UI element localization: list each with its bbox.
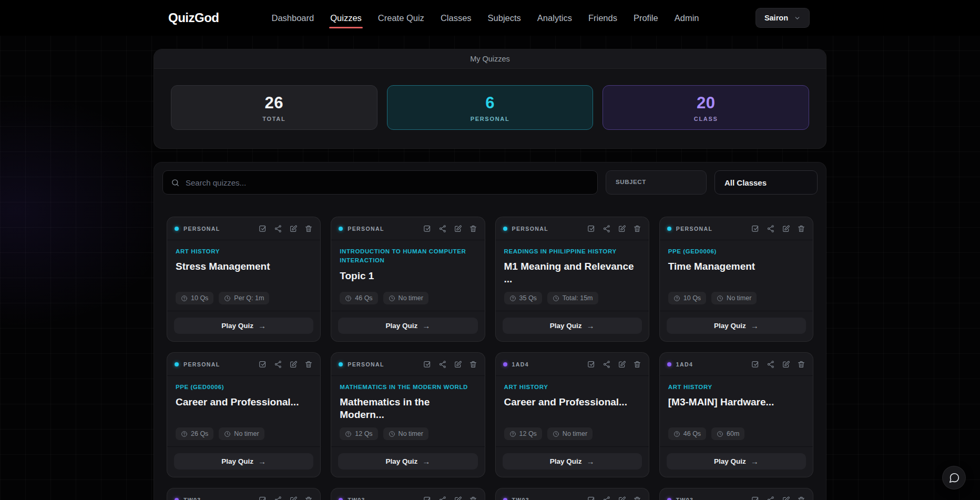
stat-total: 26 TOTAL xyxy=(171,85,377,130)
play-quiz-button[interactable]: Play Quiz → xyxy=(667,318,806,334)
quiz-meta-chips: 12 Qs No timer xyxy=(340,427,476,440)
delete-icon[interactable] xyxy=(797,360,805,369)
share-icon[interactable] xyxy=(274,225,282,233)
select-checkbox-icon[interactable] xyxy=(587,224,596,233)
select-checkbox-icon[interactable] xyxy=(258,360,267,369)
edit-icon[interactable] xyxy=(454,496,462,500)
nav-link-profile[interactable]: Profile xyxy=(632,11,659,25)
share-icon[interactable] xyxy=(603,360,611,369)
arrow-right-icon: → xyxy=(422,321,430,330)
delete-icon[interactable] xyxy=(469,360,477,369)
delete-icon[interactable] xyxy=(797,225,805,233)
play-quiz-label: Play Quiz xyxy=(550,322,582,330)
chevron-down-icon xyxy=(794,15,801,22)
quiz-title: Mathematics in the Modern... xyxy=(340,396,476,421)
clock-icon xyxy=(224,295,231,302)
question-count: 12 Qs xyxy=(355,430,372,437)
play-quiz-label: Play Quiz xyxy=(550,457,582,465)
question-count: 26 Qs xyxy=(191,430,208,437)
nav-link-create-quiz[interactable]: Create Quiz xyxy=(377,11,425,25)
delete-icon[interactable] xyxy=(633,225,641,233)
delete-icon[interactable] xyxy=(469,496,477,500)
edit-icon[interactable] xyxy=(454,225,462,233)
play-quiz-button[interactable]: Play Quiz → xyxy=(503,318,642,334)
edit-icon[interactable] xyxy=(618,360,626,369)
delete-icon[interactable] xyxy=(304,360,313,369)
share-icon[interactable] xyxy=(767,225,775,233)
play-quiz-button[interactable]: Play Quiz → xyxy=(338,453,477,470)
select-checkbox-icon[interactable] xyxy=(587,360,596,369)
search-input[interactable] xyxy=(186,178,589,187)
edit-icon[interactable] xyxy=(782,360,790,369)
delete-icon[interactable] xyxy=(633,360,641,369)
select-checkbox-icon[interactable] xyxy=(258,495,267,500)
share-icon[interactable] xyxy=(438,496,447,500)
share-icon[interactable] xyxy=(438,360,447,369)
quiz-card-footer: Play Quiz → xyxy=(660,311,813,341)
chat-fab-button[interactable] xyxy=(942,466,966,489)
select-checkbox-icon[interactable] xyxy=(587,495,596,500)
edit-icon[interactable] xyxy=(289,225,298,233)
select-checkbox-icon[interactable] xyxy=(751,360,760,369)
nav-link-analytics[interactable]: Analytics xyxy=(536,11,573,25)
page: QuizGod Dashboard Quizzes Create Quiz Cl… xyxy=(0,0,980,500)
share-icon[interactable] xyxy=(603,225,611,233)
quiz-type-badge: PERSONAL xyxy=(175,226,220,232)
nav-link-dashboard[interactable]: Dashboard xyxy=(270,11,315,25)
share-icon[interactable] xyxy=(274,496,282,500)
quiz-type-badge: 1AD4 xyxy=(503,361,529,368)
badge-label: PERSONAL xyxy=(348,361,384,368)
timer-chip: 60m xyxy=(711,427,744,440)
delete-icon[interactable] xyxy=(797,496,805,500)
filter-row: Subject All Classes xyxy=(154,162,826,195)
play-quiz-button[interactable]: Play Quiz → xyxy=(503,453,642,470)
quiz-meta-chips: 46 Qs 60m xyxy=(668,427,804,440)
badge-label: TW03 xyxy=(183,497,201,500)
delete-icon[interactable] xyxy=(633,496,641,500)
play-quiz-button[interactable]: Play Quiz → xyxy=(338,318,477,334)
quiz-card-body: ART HISTORY [M3-MAIN] Hardware... 46 Qs … xyxy=(660,376,813,446)
class-filter-select[interactable]: All Classes xyxy=(714,170,818,195)
edit-icon[interactable] xyxy=(618,225,626,233)
delete-icon[interactable] xyxy=(469,225,477,233)
select-checkbox-icon[interactable] xyxy=(423,495,432,500)
play-quiz-button[interactable]: Play Quiz → xyxy=(174,453,313,470)
edit-icon[interactable] xyxy=(289,496,298,500)
quiz-card: PERSONAL PPE (GED0006) Time Management xyxy=(659,217,813,342)
share-icon[interactable] xyxy=(438,225,447,233)
play-quiz-button[interactable]: Play Quiz → xyxy=(667,453,806,470)
quiz-library-panel: Subject All Classes PERSONAL xyxy=(154,162,826,500)
share-icon[interactable] xyxy=(767,496,775,500)
edit-icon[interactable] xyxy=(618,496,626,500)
user-menu-button[interactable]: Sairon xyxy=(756,8,810,28)
select-checkbox-icon[interactable] xyxy=(751,495,760,500)
card-actions xyxy=(751,224,805,233)
quiz-meta-chips: 46 Qs No timer xyxy=(340,292,476,304)
nav-link-admin[interactable]: Admin xyxy=(673,11,700,25)
subject-filter-select[interactable]: Subject xyxy=(606,170,707,195)
delete-icon[interactable] xyxy=(304,496,313,500)
share-icon[interactable] xyxy=(767,360,775,369)
select-checkbox-icon[interactable] xyxy=(423,360,432,369)
share-icon[interactable] xyxy=(274,360,282,369)
nav-link-classes[interactable]: Classes xyxy=(440,11,473,25)
edit-icon[interactable] xyxy=(782,225,790,233)
nav-link-subjects[interactable]: Subjects xyxy=(487,11,522,25)
edit-icon[interactable] xyxy=(454,360,462,369)
question-circle-icon xyxy=(181,431,188,437)
select-checkbox-icon[interactable] xyxy=(258,224,267,233)
nav-link-quizzes[interactable]: Quizzes xyxy=(329,11,363,25)
delete-icon[interactable] xyxy=(304,225,313,233)
badge-dot-icon xyxy=(667,498,671,500)
quiz-card-footer: Play Quiz → xyxy=(331,311,484,341)
select-checkbox-icon[interactable] xyxy=(423,224,432,233)
question-count: 35 Qs xyxy=(519,294,537,302)
edit-icon[interactable] xyxy=(289,360,298,369)
play-quiz-button[interactable]: Play Quiz → xyxy=(174,318,313,334)
share-icon[interactable] xyxy=(603,496,611,500)
quiz-card-body: ART HISTORY Stress Management 10 Qs Per … xyxy=(167,240,320,311)
select-checkbox-icon[interactable] xyxy=(751,224,760,233)
edit-icon[interactable] xyxy=(782,496,790,500)
nav-links: Dashboard Quizzes Create Quiz Classes Su… xyxy=(270,11,700,25)
nav-link-friends[interactable]: Friends xyxy=(587,11,618,25)
